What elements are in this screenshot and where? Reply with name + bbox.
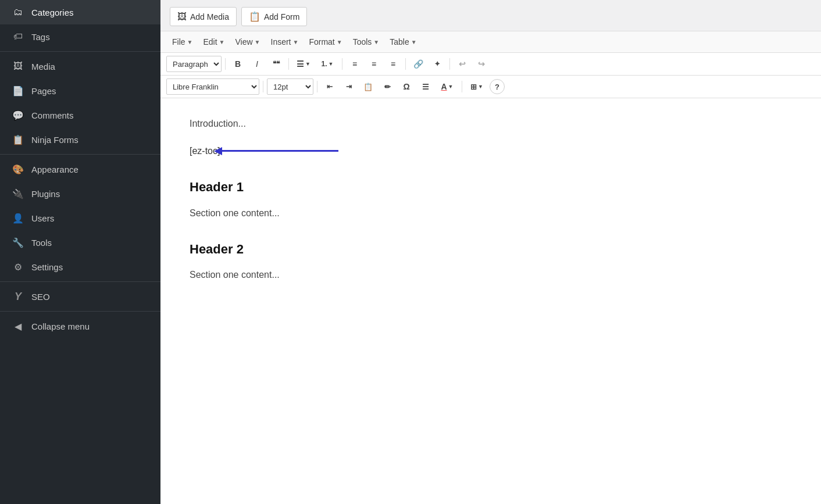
sidebar-item-comments[interactable]: 💬 Comments [0,103,160,127]
sidebar-item-categories[interactable]: 🗂 Categories [0,0,160,24]
sidebar-item-tags[interactable]: 🏷 Tags [0,24,160,49]
menu-file-label: File [172,37,185,47]
unordered-list-button[interactable]: ☰ ▼ [292,56,315,72]
pages-icon: 📄 [12,84,24,97]
menu-format-label: Format [309,37,334,47]
align-left-button[interactable]: ≡ [346,56,363,72]
add-form-button[interactable]: 📋 Add Form [241,7,307,26]
add-form-icon: 📋 [249,11,260,22]
italic-button[interactable]: I [248,56,266,72]
sidebar-item-label: Tags [31,32,50,42]
menu-format[interactable]: Format ▼ [304,35,347,49]
blockquote-button[interactable]: ❝❝ [267,56,285,72]
sidebar-item-label: Media [31,62,55,72]
help-button[interactable]: ? [490,79,505,94]
editor-body[interactable]: Introduction... [ez-toc] Header 1 Sectio… [160,98,821,504]
toolbar-separator [462,81,462,92]
toolbar-separator [449,58,450,70]
outdent-button[interactable]: ⇤ [321,78,338,95]
menu-insert[interactable]: Insert ▼ [266,35,304,49]
tools-icon: 🔧 [12,236,24,249]
menu-file[interactable]: File ▼ [167,35,197,49]
comments-icon: 💬 [12,109,24,121]
arrow-line [222,150,338,152]
toolbar-separator [342,58,342,70]
ordered-list-button[interactable]: 1. ▼ [316,56,338,72]
sidebar-item-label: Categories [31,8,74,17]
add-form-label: Add Form [264,12,299,22]
sidebar-divider [0,154,160,155]
tags-icon: 🏷 [12,30,24,43]
bold-button[interactable]: B [229,56,247,72]
align-center-button[interactable]: ≡ [365,56,383,72]
menu-edit-label: Edit [203,37,217,47]
section-1-content: Section one content... [190,205,792,221]
sidebar-item-plugins[interactable]: 🔌 Plugins [0,181,160,206]
ninja-forms-icon: 📋 [12,133,24,146]
main-content: 🖼 Add Media 📋 Add Form File ▼ Edit ▼ Vie… [160,0,821,504]
add-media-button[interactable]: 🖼 Add Media [170,7,237,26]
sidebar-item-label: Appearance [31,165,78,174]
plugins-icon: 🔌 [12,187,24,200]
add-media-label: Add Media [190,12,229,22]
intro-text: Introduction... [190,116,792,131]
toolbar-separator [263,81,263,92]
font-size-select[interactable]: 12pt [267,78,313,95]
font-select[interactable]: Libre Franklin [166,78,259,95]
link-button[interactable]: 🔗 [409,56,427,72]
redo-button[interactable]: ↪ [473,56,490,72]
toolbar-separator [225,58,226,70]
chevron-down-icon: ▼ [411,39,417,45]
omega-button[interactable]: Ω [398,78,415,95]
seo-icon: Y [12,290,24,303]
chevron-down-icon: ▼ [478,84,483,90]
arrow-head [214,147,222,155]
sidebar-item-users[interactable]: 👤 Users [0,206,160,230]
special-icon-button[interactable]: ✦ [429,56,446,72]
sidebar-item-settings[interactable]: ⚙ Settings [0,255,160,279]
chevron-down-icon: ▼ [187,39,193,45]
sidebar-item-label: Tools [31,238,52,248]
menu-bar: File ▼ Edit ▼ View ▼ Insert ▼ Format ▼ T… [160,31,821,53]
toolbar-separator [288,58,289,70]
sidebar-item-collapse[interactable]: ◀ Collapse menu [0,314,160,338]
top-toolbar: 🖼 Add Media 📋 Add Form [160,0,821,31]
sidebar-item-label: Pages [31,86,56,96]
font-color-button[interactable]: A ▼ [436,78,458,95]
editor-section-1: Header 1 Section one content... [190,176,792,221]
undo-button[interactable]: ↩ [454,56,471,72]
menu-edit[interactable]: Edit ▼ [198,35,229,49]
menu-table-label: Table [390,37,409,47]
sidebar-item-label: Ninja Forms [31,135,78,145]
chevron-down-icon: ▼ [373,39,379,45]
toolbar-separator [317,81,317,92]
table-icon: ⊞ [470,83,477,91]
align-right-button[interactable]: ≡ [384,56,402,72]
eraser-button[interactable]: ✏ [379,78,396,95]
sidebar-item-seo[interactable]: Y SEO [0,284,160,309]
table-insert-button[interactable]: ⊞ ▼ [466,78,488,95]
sidebar-item-ninja-forms[interactable]: 📋 Ninja Forms [0,127,160,152]
menu-tools[interactable]: Tools ▼ [348,35,384,49]
sidebar-item-media[interactable]: 🖼 Media [0,54,160,78]
sidebar-item-label: Comments [31,110,74,120]
chevron-down-icon: ▼ [337,39,342,45]
menu-view[interactable]: View ▼ [231,35,265,49]
menu-table[interactable]: Table ▼ [385,35,421,49]
ordered-list-icon: 1. [322,60,327,68]
sidebar-item-pages[interactable]: 📄 Pages [0,78,160,103]
font-color-icon: A [441,82,447,91]
menu-tools-label: Tools [353,37,372,47]
shortcode-line: [ez-toc] [190,143,792,159]
collapse-icon: ◀ [12,320,24,333]
paragraph-select[interactable]: Paragraph [166,56,222,72]
hr-button[interactable]: ☰ [417,78,434,95]
sidebar-item-appearance[interactable]: 🎨 Appearance [0,157,160,181]
add-media-icon: 🖼 [177,12,187,22]
chevron-down-icon: ▼ [329,61,334,67]
menu-insert-label: Insert [271,37,291,47]
chevron-down-icon: ▼ [219,39,225,45]
template-button[interactable]: 📋 [359,78,377,95]
sidebar-item-tools[interactable]: 🔧 Tools [0,230,160,255]
indent-button[interactable]: ⇥ [340,78,358,95]
